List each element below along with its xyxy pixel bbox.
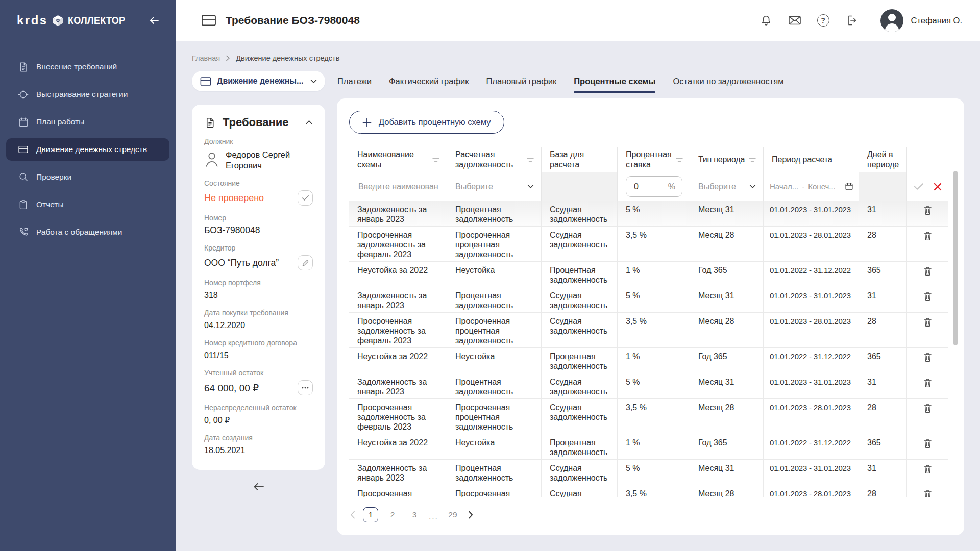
delete-row-trash-icon[interactable] [923, 205, 932, 215]
delete-row-trash-icon[interactable] [923, 489, 932, 497]
table-row[interactable]: Просроченная задолженность за февраль 20… [349, 313, 948, 348]
table-row[interactable]: Просроченная задолженность за февраль 20… [349, 485, 948, 497]
filter-icon[interactable] [749, 157, 756, 163]
sidebar-item-plan-raboty[interactable]: План работы [6, 111, 169, 133]
cell-calculation-period: 01.01.2023 - 28.01.2023 [764, 313, 859, 348]
rate-filter-input[interactable] [633, 182, 653, 192]
cell-period-type: Год 365 [690, 348, 764, 373]
filter-icon[interactable] [527, 157, 534, 163]
tab-ostatki-po-zadolzhennostyam[interactable]: Остатки по задолженностям [673, 71, 783, 91]
table-row[interactable]: Задолженность за январь 2023 Процентная … [349, 201, 948, 227]
table-scrollbar[interactable] [953, 171, 958, 345]
sidebar-item-otchety[interactable]: Отчеты [6, 193, 169, 216]
table-body: Задолженность за январь 2023 Процентная … [349, 201, 948, 497]
cell-calculation-base: Ссудная задолженность [542, 313, 618, 348]
chevron-up-icon[interactable] [305, 120, 313, 125]
pagination-page-2[interactable]: 2 [385, 507, 400, 522]
sidebar-collapse-button[interactable] [148, 14, 160, 27]
cell-calculated-debt: Просроченная процентная задолженность [447, 399, 542, 434]
table-row[interactable]: Неустойка за 2022 Неустойка Процентная з… [349, 348, 948, 373]
balance-more-button[interactable] [298, 380, 313, 395]
mail-icon[interactable] [788, 15, 801, 26]
field-label: Должник [204, 137, 313, 146]
sidebar-item-proverki[interactable]: Проверки [6, 166, 169, 188]
context-switcher[interactable]: Движение денежны... [192, 71, 325, 91]
panel-back-arrow-button[interactable] [253, 482, 265, 492]
cell-days-in-period: 31 [859, 460, 907, 485]
filter-icon[interactable] [676, 157, 683, 163]
pagination-page-1[interactable]: 1 [363, 507, 378, 522]
edit-creditor-button[interactable] [298, 255, 313, 270]
pagination-next-button[interactable] [467, 511, 474, 519]
breadcrumb-home[interactable]: Главная [192, 54, 220, 62]
table-row[interactable]: Неустойка за 2022 Неустойка Процентная з… [349, 434, 948, 460]
cell-period-type: Месяц 28 [690, 485, 764, 497]
table-row[interactable]: Задолженность за январь 2023 Процентная … [349, 373, 948, 399]
table-row[interactable]: Задолженность за январь 2023 Процентная … [349, 287, 948, 313]
delete-row-trash-icon[interactable] [923, 291, 932, 302]
apply-filter-check-icon[interactable] [914, 183, 924, 190]
delete-row-trash-icon[interactable] [923, 403, 932, 413]
delete-row-trash-icon[interactable] [923, 231, 932, 241]
table-row[interactable]: Неустойка за 2022 Неустойка Процентная з… [349, 262, 948, 287]
delete-row-trash-icon[interactable] [923, 438, 932, 448]
filter-cell-actions [907, 172, 948, 201]
help-icon[interactable]: ? [817, 14, 829, 27]
delete-row-trash-icon[interactable] [923, 464, 932, 474]
table-row[interactable]: Задолженность за январь 2023 Процентная … [349, 460, 948, 485]
tab-fakticheskiy-grafik[interactable]: Фактический график [389, 71, 469, 91]
rate-filter-box: % [626, 176, 682, 197]
pagination-page-3[interactable]: 3 [407, 507, 422, 522]
filter-cell-period-type: Выберите [690, 172, 764, 201]
cell-calculation-base: Ссудная задолженность [542, 460, 618, 485]
delete-row-trash-icon[interactable] [923, 378, 932, 388]
tab-planovyy-grafik[interactable]: Плановый график [486, 71, 556, 91]
name-filter-input[interactable] [357, 182, 439, 192]
sidebar-item-label: Выстраивание стратегии [36, 90, 128, 99]
user-menu[interactable]: Стефания О. [880, 9, 962, 32]
pagination-prev-button[interactable] [349, 511, 356, 519]
sidebar-item-vystraivanie-strategii[interactable]: Выстраивание стратегии [6, 83, 169, 106]
tab-platezhi[interactable]: Платежи [337, 71, 372, 91]
debt-filter-select[interactable]: Выберите [455, 182, 534, 191]
cell-scheme-name: Просроченная задолженность за февраль 20… [349, 399, 447, 434]
cell-calculation-period: 01.01.2022 - 31.12.2022 [764, 434, 859, 460]
period-type-filter-select[interactable]: Выберите [698, 182, 756, 191]
delete-row-trash-icon[interactable] [923, 317, 932, 327]
verify-button[interactable] [298, 190, 313, 206]
table-row[interactable]: Просроченная задолженность за февраль 20… [349, 227, 948, 262]
add-interest-scheme-button[interactable]: Добавить процентную схему [349, 111, 504, 134]
field-creditor: Кредитор ООО “Путь долга” [204, 243, 313, 270]
avatar-person-head [888, 14, 896, 21]
sidebar-item-rabota-s-obrashcheniyami[interactable]: Работа с обращениями [6, 221, 169, 243]
sidebar: krds КОЛЛЕКТОР Внесение требований [0, 0, 176, 551]
clear-filter-close-icon[interactable] [934, 183, 942, 191]
cell-scheme-name: Задолженность за январь 2023 [349, 460, 447, 485]
delete-row-trash-icon[interactable] [923, 352, 932, 362]
status-badge: Не проверено [204, 192, 264, 204]
chevron-right-icon [226, 55, 230, 61]
field-label: Номер [204, 213, 313, 222]
cell-interest-rate: 5 % [618, 373, 690, 399]
filter-cell-debt: Выберите [447, 172, 542, 201]
pagination-page-29[interactable]: 29 [445, 507, 460, 522]
table-header-row: Наименование схемы Расчетная задолженнос… [349, 147, 948, 172]
cell-calculation-period: 01.01.2023 - 31.01.2023 [764, 373, 859, 399]
topbar: Требование БОЗ-7980048 ? [176, 0, 980, 41]
filter-icon[interactable] [432, 157, 439, 163]
cell-period-type: Месяц 31 [690, 287, 764, 313]
period-range-filter[interactable]: Начал... - Конеч... [770, 182, 853, 191]
sidebar-item-dvizhenie-sredstv[interactable]: Движение денежных стредств [6, 138, 169, 161]
calendar-icon [17, 116, 30, 128]
tab-label: Плановый график [486, 77, 556, 86]
cell-actions [907, 399, 948, 434]
cell-scheme-name: Просроченная задолженность за февраль 20… [349, 227, 447, 262]
sidebar-item-vnesenie-trebovaniy[interactable]: Внесение требований [6, 56, 169, 78]
table-row[interactable]: Просроченная задолженность за февраль 20… [349, 399, 948, 434]
logout-icon[interactable] [845, 14, 857, 27]
cell-scheme-name: Неустойка за 2022 [349, 262, 447, 287]
delete-row-trash-icon[interactable] [923, 266, 932, 276]
bell-icon[interactable] [760, 14, 772, 27]
calendar-icon[interactable] [845, 182, 853, 191]
tab-protsentnye-skhemy[interactable]: Процентные схемы [574, 71, 655, 91]
